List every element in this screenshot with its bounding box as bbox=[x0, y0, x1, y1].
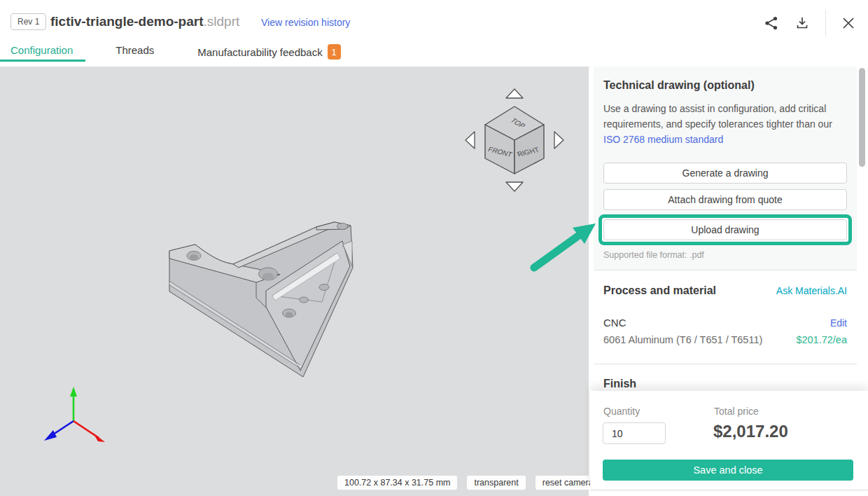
technical-drawing-description: Use a drawing to assist in configuration… bbox=[603, 101, 847, 147]
view-revision-history-link[interactable]: View revision history bbox=[261, 17, 350, 28]
technical-drawing-title: Technical drawing (optional) bbox=[603, 79, 847, 92]
total-price-label: Total price bbox=[714, 406, 759, 417]
generate-drawing-button[interactable]: Generate a drawing bbox=[603, 163, 847, 184]
quote-summary-card: Quantity Total price $2,017.20 Save and … bbox=[590, 391, 868, 490]
rotate-up-arrow[interactable] bbox=[506, 89, 523, 98]
technical-drawing-section: Technical drawing (optional) Use a drawi… bbox=[594, 67, 857, 270]
quantity-input[interactable] bbox=[603, 422, 666, 444]
upload-drawing-button[interactable]: Upload drawing bbox=[603, 219, 847, 240]
process-material-title: Process and material bbox=[603, 284, 716, 297]
attach-drawing-button[interactable]: Attach drawing from quote bbox=[603, 189, 847, 210]
active-tab-indicator bbox=[0, 60, 85, 62]
transparent-toggle-button[interactable]: transparent bbox=[467, 476, 525, 490]
close-icon[interactable] bbox=[841, 16, 855, 30]
process-material-section: Process and material Ask Materials.AI CN… bbox=[594, 270, 857, 364]
share-icon[interactable] bbox=[764, 15, 779, 31]
file-name: fictiv-triangle-demo-part bbox=[50, 14, 204, 29]
save-and-close-button[interactable]: Save and close bbox=[603, 460, 853, 481]
header-divider bbox=[825, 10, 826, 36]
window-header: Rev 1 fictiv-triangle-demo-part.sldprt V… bbox=[0, 0, 868, 39]
upload-drawing-highlight: Upload drawing bbox=[598, 214, 852, 245]
process-value: CNC bbox=[603, 317, 626, 329]
unit-price: $201.72/ea bbox=[796, 334, 847, 345]
supported-format-note: Supported file format: .pdf bbox=[603, 250, 847, 260]
quantity-label: Quantity bbox=[603, 406, 640, 417]
tab-configuration[interactable]: Configuration bbox=[10, 41, 73, 56]
total-price-value: $2,017.20 bbox=[713, 422, 788, 441]
ask-materials-ai-link[interactable]: Ask Materials.AI bbox=[776, 285, 847, 296]
tab-manufacturability-feedback[interactable]: Manufacturability feedback 1 bbox=[197, 41, 340, 60]
iso-standard-link[interactable]: ISO 2768 medium standard bbox=[603, 134, 723, 145]
revision-badge: Rev 1 bbox=[10, 13, 46, 30]
material-value: 6061 Aluminum (T6 / T651 / T6511) bbox=[603, 334, 762, 345]
tab-threads[interactable]: Threads bbox=[115, 41, 154, 56]
rotate-right-arrow[interactable] bbox=[554, 132, 564, 149]
download-icon[interactable] bbox=[794, 15, 810, 31]
axes-triad bbox=[31, 385, 115, 455]
tab-bar: Configuration Threads Manufacturability … bbox=[0, 41, 341, 67]
finish-title: Finish bbox=[603, 378, 847, 390]
3d-viewport[interactable]: TOP FRONT RIGHT 100.72 x 87.34 x 31.75 m… bbox=[0, 67, 589, 496]
view-cube[interactable]: TOP FRONT RIGHT bbox=[458, 84, 570, 196]
edit-process-link[interactable]: Edit bbox=[830, 317, 847, 329]
bounding-box-dimensions: 100.72 x 87.34 x 31.75 mm bbox=[337, 476, 457, 490]
file-extension: .sldprt bbox=[204, 14, 240, 29]
rotate-left-arrow[interactable] bbox=[465, 132, 475, 149]
rotate-down-arrow[interactable] bbox=[506, 182, 523, 191]
page-title: fictiv-triangle-demo-part.sldprt bbox=[50, 14, 239, 29]
feedback-count-badge: 1 bbox=[328, 44, 341, 60]
panel-scrollbar[interactable] bbox=[859, 68, 865, 167]
